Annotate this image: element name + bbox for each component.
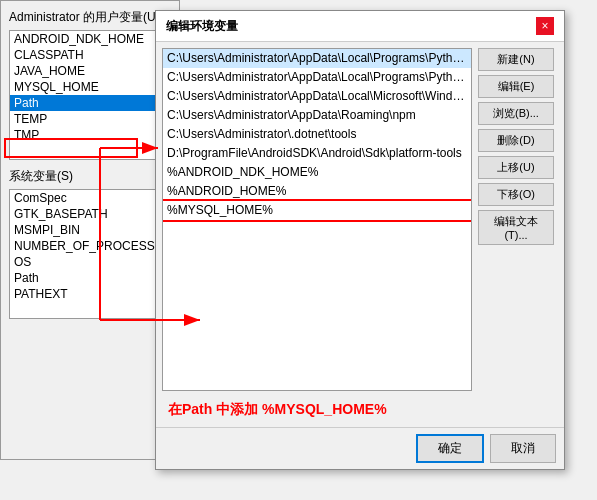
action-button[interactable]: 新建(N)	[478, 48, 554, 71]
user-var-item[interactable]: MYSQL_HOME	[10, 79, 170, 95]
user-var-item[interactable]: TMP	[10, 127, 170, 143]
dialog-body: C:\Users\Administrator\AppData\Local\Pro…	[156, 42, 564, 397]
system-vars-title: 系统变量(S)	[9, 168, 171, 185]
path-list-item[interactable]: C:\Users\Administrator\AppData\Local\Pro…	[163, 68, 471, 87]
cancel-button[interactable]: 取消	[490, 434, 556, 463]
path-list-item[interactable]: C:\Users\Administrator\AppData\Roaming\n…	[163, 106, 471, 125]
annotation-text: 在Path 中添加 %MYSQL_HOME%	[168, 401, 387, 417]
user-var-item[interactable]: Path	[10, 95, 170, 111]
path-list[interactable]: C:\Users\Administrator\AppData\Local\Pro…	[162, 48, 472, 391]
action-button[interactable]: 下移(O)	[478, 183, 554, 206]
user-var-item[interactable]: CLASSPATH	[10, 47, 170, 63]
env-vars-panel: Administrator 的用户变量(U) ANDROID_NDK_HOMEC…	[0, 0, 180, 460]
path-list-item[interactable]: C:\Users\Administrator\.dotnet\tools	[163, 125, 471, 144]
system-var-item[interactable]: Path	[10, 270, 170, 286]
action-button[interactable]: 编辑文本(T)...	[478, 210, 554, 245]
user-var-item[interactable]: JAVA_HOME	[10, 63, 170, 79]
path-list-item[interactable]: D:\ProgramFile\AndroidSDK\Android\Sdk\pl…	[163, 144, 471, 163]
system-var-item[interactable]: GTK_BASEPATH	[10, 206, 170, 222]
system-var-item[interactable]: MSMPI_BIN	[10, 222, 170, 238]
edit-dialog: 编辑环境变量 × C:\Users\Administrator\AppData\…	[155, 10, 565, 470]
path-list-item[interactable]: %MYSQL_HOME%	[163, 201, 471, 220]
dialog-footer: 确定取消	[156, 427, 564, 469]
user-var-item[interactable]: TEMP	[10, 111, 170, 127]
system-var-item[interactable]: ComSpec	[10, 190, 170, 206]
action-button[interactable]: 上移(U)	[478, 156, 554, 179]
system-var-item[interactable]: NUMBER_OF_PROCESSORS	[10, 238, 170, 254]
confirm-button[interactable]: 确定	[416, 434, 484, 463]
action-button[interactable]: 浏览(B)...	[478, 102, 554, 125]
path-list-item[interactable]: C:\Users\Administrator\AppData\Local\Mic…	[163, 87, 471, 106]
path-list-item[interactable]: %ANDROID_HOME%	[163, 182, 471, 201]
dialog-title: 编辑环境变量	[166, 18, 238, 35]
action-button[interactable]: 编辑(E)	[478, 75, 554, 98]
action-button[interactable]: 删除(D)	[478, 129, 554, 152]
path-list-item[interactable]: %ANDROID_NDK_HOME%	[163, 163, 471, 182]
dialog-titlebar: 编辑环境变量 ×	[156, 11, 564, 42]
system-var-item[interactable]: PATHEXT	[10, 286, 170, 302]
user-var-item[interactable]: ANDROID_NDK_HOME	[10, 31, 170, 47]
system-var-item[interactable]: OS	[10, 254, 170, 270]
annotation-area: 在Path 中添加 %MYSQL_HOME%	[156, 397, 564, 427]
user-vars-title: Administrator 的用户变量(U)	[9, 9, 171, 26]
path-list-item[interactable]: C:\Users\Administrator\AppData\Local\Pro…	[163, 49, 471, 68]
dialog-action-buttons: 新建(N)编辑(E)浏览(B)...删除(D)上移(U)下移(O)编辑文本(T)…	[478, 48, 558, 391]
user-vars-list[interactable]: ANDROID_NDK_HOMECLASSPATHJAVA_HOMEMYSQL_…	[9, 30, 171, 160]
close-button[interactable]: ×	[536, 17, 554, 35]
system-vars-list[interactable]: ComSpecGTK_BASEPATHMSMPI_BINNUMBER_OF_PR…	[9, 189, 171, 319]
